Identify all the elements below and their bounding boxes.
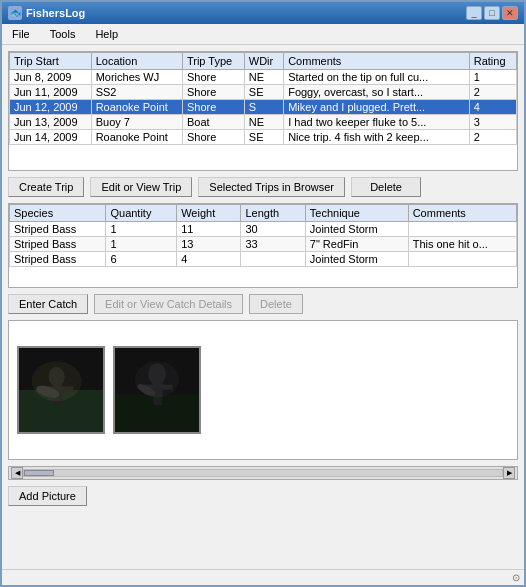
app-title: FishersLog xyxy=(26,7,85,19)
trip-row[interactable]: Jun 8, 2009Moriches WJShoreNEStarted on … xyxy=(10,70,517,85)
scroll-left-button[interactable]: ◀ xyxy=(11,467,23,479)
trip-cell: Jun 13, 2009 xyxy=(10,115,92,130)
create-trip-button[interactable]: Create Trip xyxy=(8,177,84,197)
col-header-quantity: Quantity xyxy=(106,205,177,222)
catch-cell: 33 xyxy=(241,237,305,252)
enter-catch-button[interactable]: Enter Catch xyxy=(8,294,88,314)
catch-cell: 4 xyxy=(177,252,241,267)
menu-tools[interactable]: Tools xyxy=(44,26,82,42)
trip-row[interactable]: Jun 11, 2009SS2ShoreSEFoggy, overcast, s… xyxy=(10,85,517,100)
trip-cell: Shore xyxy=(182,70,244,85)
catch-row[interactable]: Striped Bass113337" RedFinThis one hit o… xyxy=(10,237,517,252)
catch-buttons-row: Enter Catch Edit or View Catch Details D… xyxy=(8,294,518,314)
add-picture-button[interactable]: Add Picture xyxy=(8,486,87,506)
col-header-length: Length xyxy=(241,205,305,222)
col-header-species: Species xyxy=(10,205,106,222)
trip-cell: S xyxy=(244,100,283,115)
title-bar: 🐟 FishersLog _ □ ✕ xyxy=(2,2,524,24)
trip-row[interactable]: Jun 12, 2009Roanoke PointShoreSMikey and… xyxy=(10,100,517,115)
catch-cell xyxy=(408,252,516,267)
trip-cell: Jun 11, 2009 xyxy=(10,85,92,100)
status-bar: ⊙ xyxy=(2,569,524,585)
trip-cell: Nice trip. 4 fish with 2 keep... xyxy=(284,130,470,145)
trip-cell: Started on the tip on full cu... xyxy=(284,70,470,85)
catch-cell: 1 xyxy=(106,222,177,237)
trip-cell: Moriches WJ xyxy=(91,70,182,85)
trip-cell: Boat xyxy=(182,115,244,130)
catch-cell: 11 xyxy=(177,222,241,237)
trip-cell: 1 xyxy=(469,70,516,85)
trip-cell: Shore xyxy=(182,85,244,100)
trip-row[interactable]: Jun 13, 2009Buoy 7BoatNEI had two keeper… xyxy=(10,115,517,130)
catch-header-row: Species Quantity Weight Length Technique… xyxy=(10,205,517,222)
maximize-button[interactable]: □ xyxy=(484,6,500,20)
col-header-weight: Weight xyxy=(177,205,241,222)
scroll-track[interactable] xyxy=(23,469,503,477)
photo-2[interactable] xyxy=(113,346,201,434)
catch-cell: 1 xyxy=(106,237,177,252)
main-content: Trip Start Location Trip Type WDir Comme… xyxy=(2,45,524,569)
trip-cell: Shore xyxy=(182,100,244,115)
col-header-wdir: WDir xyxy=(244,53,283,70)
catch-cell: Jointed Storm xyxy=(305,222,408,237)
photos-inner xyxy=(9,321,517,459)
trip-cell: 2 xyxy=(469,85,516,100)
window-controls: _ □ ✕ xyxy=(466,6,518,20)
catch-row[interactable]: Striped Bass11130Jointed Storm xyxy=(10,222,517,237)
col-header-rating: Rating xyxy=(469,53,516,70)
trip-cell: Jun 14, 2009 xyxy=(10,130,92,145)
photos-scroll-container[interactable] xyxy=(8,320,518,460)
trip-cell: Shore xyxy=(182,130,244,145)
trip-cell: Foggy, overcast, so I start... xyxy=(284,85,470,100)
catch-row[interactable]: Striped Bass64Jointed Storm xyxy=(10,252,517,267)
trips-header-row: Trip Start Location Trip Type WDir Comme… xyxy=(10,53,517,70)
delete-trip-button[interactable]: Delete xyxy=(351,177,421,197)
edit-view-catch-button: Edit or View Catch Details xyxy=(94,294,243,314)
trip-row[interactable]: Jun 14, 2009Roanoke PointShoreSENice tri… xyxy=(10,130,517,145)
col-header-technique: Technique xyxy=(305,205,408,222)
scroll-right-button[interactable]: ▶ xyxy=(503,467,515,479)
catch-cell: 7" RedFin xyxy=(305,237,408,252)
trip-cell: 4 xyxy=(469,100,516,115)
menu-help[interactable]: Help xyxy=(89,26,124,42)
menu-file[interactable]: File xyxy=(6,26,36,42)
catch-cell: 30 xyxy=(241,222,305,237)
menu-bar: File Tools Help xyxy=(2,24,524,45)
trip-cell: 3 xyxy=(469,115,516,130)
catch-table: Species Quantity Weight Length Technique… xyxy=(9,204,517,267)
trip-cell: NE xyxy=(244,70,283,85)
title-bar-left: 🐟 FishersLog xyxy=(8,6,85,20)
col-header-location: Location xyxy=(91,53,182,70)
catch-cell: 6 xyxy=(106,252,177,267)
trip-cell: SE xyxy=(244,130,283,145)
col-header-comments: Comments xyxy=(284,53,470,70)
trip-cell: Buoy 7 xyxy=(91,115,182,130)
catch-cell: Striped Bass xyxy=(10,252,106,267)
status-icon: ⊙ xyxy=(512,572,520,583)
edit-view-trip-button[interactable]: Edit or View Trip xyxy=(90,177,192,197)
col-header-trip-start: Trip Start xyxy=(10,53,92,70)
catch-table-container: Species Quantity Weight Length Technique… xyxy=(8,203,518,288)
catch-cell xyxy=(408,222,516,237)
main-window: 🐟 FishersLog _ □ ✕ File Tools Help Trip … xyxy=(0,0,526,587)
catch-cell: This one hit o... xyxy=(408,237,516,252)
minimize-button[interactable]: _ xyxy=(466,6,482,20)
trip-cell: Roanoke Point xyxy=(91,100,182,115)
trip-cell: I had two keeper fluke to 5... xyxy=(284,115,470,130)
trip-cell: Mikey and I plugged. Prett... xyxy=(284,100,470,115)
scroll-thumb[interactable] xyxy=(24,470,54,476)
trips-table-container: Trip Start Location Trip Type WDir Comme… xyxy=(8,51,518,171)
trip-cell: Jun 8, 2009 xyxy=(10,70,92,85)
catch-cell: Striped Bass xyxy=(10,237,106,252)
selected-trips-browser-button[interactable]: Selected Trips in Browser xyxy=(198,177,345,197)
close-button[interactable]: ✕ xyxy=(502,6,518,20)
trip-cell: SS2 xyxy=(91,85,182,100)
trip-cell: NE xyxy=(244,115,283,130)
catch-cell: Jointed Storm xyxy=(305,252,408,267)
trip-buttons-row: Create Trip Edit or View Trip Selected T… xyxy=(8,177,518,197)
app-icon: 🐟 xyxy=(8,6,22,20)
horizontal-scrollbar[interactable]: ◀ ▶ xyxy=(8,466,518,480)
add-picture-row: Add Picture xyxy=(8,486,518,506)
trip-cell: 2 xyxy=(469,130,516,145)
photo-1[interactable] xyxy=(17,346,105,434)
